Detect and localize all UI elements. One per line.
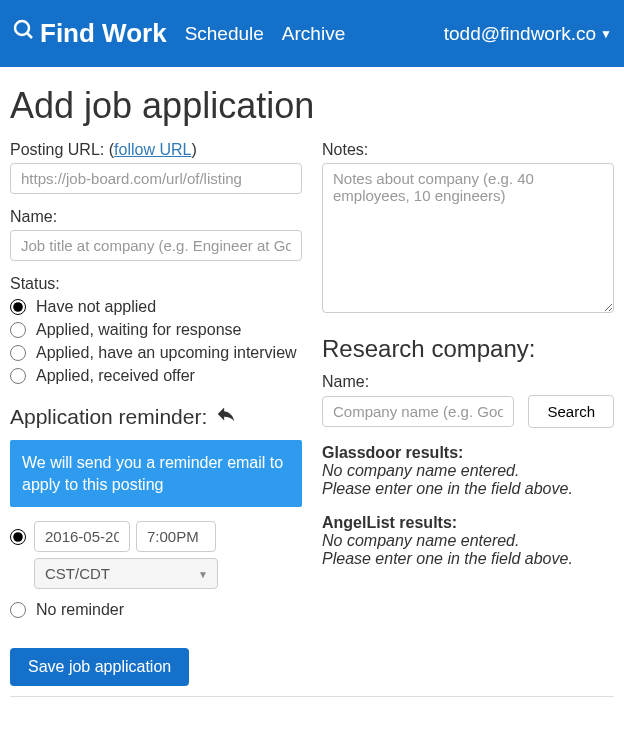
reminder-date-input[interactable] [34, 521, 130, 552]
angellist-block: AngelList results: No company name enter… [322, 514, 614, 568]
nav-schedule[interactable]: Schedule [185, 23, 264, 45]
reminder-tz-select[interactable]: CST/CDT [34, 558, 218, 589]
user-menu[interactable]: todd@findwork.co ▼ [444, 23, 612, 45]
research-heading: Research company: [322, 335, 614, 363]
posting-url-input[interactable] [10, 163, 302, 194]
left-column: Posting URL: (follow URL) Name: Status: … [10, 141, 302, 686]
status-radio-2[interactable] [10, 345, 26, 361]
reminder-radio-scheduled[interactable] [10, 529, 26, 545]
glassdoor-line1: No company name entered. [322, 462, 614, 480]
status-option-3: Applied, received offer [36, 367, 195, 385]
name-label: Name: [10, 208, 302, 226]
research-name-input[interactable] [322, 396, 514, 427]
glassdoor-block: Glassdoor results: No company name enter… [322, 444, 614, 498]
posting-url-label: Posting URL: (follow URL) [10, 141, 302, 159]
glassdoor-title: Glassdoor results: [322, 444, 614, 462]
name-input[interactable] [10, 230, 302, 261]
svg-line-1 [27, 33, 32, 38]
angellist-line1: No company name entered. [322, 532, 614, 550]
brand-text: Find Work [40, 18, 167, 49]
svg-point-0 [15, 21, 29, 35]
status-label: Status: [10, 275, 302, 293]
nav-links: Schedule Archive [185, 23, 346, 45]
angellist-title: AngelList results: [322, 514, 614, 532]
status-radio-3[interactable] [10, 368, 26, 384]
reminder-note: We will send you a reminder email to app… [10, 440, 302, 507]
reminder-time-input[interactable] [136, 521, 216, 552]
follow-url-link[interactable]: follow URL [114, 141, 191, 158]
footer: Made with <3 by Shoulders of Titans LLC … [0, 723, 624, 738]
glassdoor-line2: Please enter one in the field above. [322, 480, 614, 498]
chevron-down-icon: ▼ [600, 27, 612, 41]
reply-icon [215, 403, 237, 430]
reminder-heading: Application reminder: [10, 403, 302, 430]
status-option-2: Applied, have an upcoming interview [36, 344, 297, 362]
main: Add job application Posting URL: (follow… [0, 67, 624, 696]
status-radio-1[interactable] [10, 322, 26, 338]
page-title: Add job application [10, 85, 614, 127]
save-button[interactable]: Save job application [10, 648, 189, 686]
nav-archive[interactable]: Archive [282, 23, 345, 45]
navbar: Find Work Schedule Archive todd@findwork… [0, 0, 624, 67]
research-name-label: Name: [322, 373, 614, 391]
search-icon [12, 18, 36, 49]
brand[interactable]: Find Work [12, 18, 167, 49]
notes-label: Notes: [322, 141, 614, 159]
reminder-radio-none[interactable] [10, 602, 26, 618]
right-column: Notes: Research company: Name: Search Gl… [322, 141, 614, 686]
status-option-1: Applied, waiting for response [36, 321, 241, 339]
search-button[interactable]: Search [528, 395, 614, 428]
status-option-0: Have not applied [36, 298, 156, 316]
angellist-line2: Please enter one in the field above. [322, 550, 614, 568]
notes-textarea[interactable] [322, 163, 614, 313]
reminder-fields: CST/CDT ▼ [34, 521, 229, 589]
user-email: todd@findwork.co [444, 23, 596, 45]
no-reminder-label: No reminder [36, 601, 124, 619]
status-radio-0[interactable] [10, 299, 26, 315]
